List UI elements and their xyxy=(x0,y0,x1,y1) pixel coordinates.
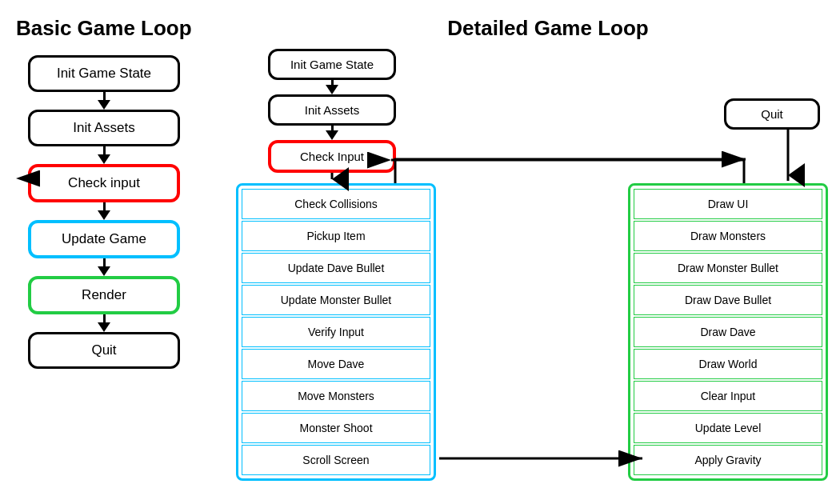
blue-item-0: Check Collisions xyxy=(242,189,430,219)
detailed-title: Detailed Game Loop xyxy=(268,16,828,41)
blue-column: Check Collisions Pickup Item Update Dave… xyxy=(236,183,436,481)
detailed-layout: Init Game State Init Assets Check Input … xyxy=(220,49,828,488)
blue-item-4: Verify Input xyxy=(242,317,430,347)
arrow5 xyxy=(98,314,110,332)
green-item-4: Draw Dave xyxy=(634,317,822,347)
blue-item-5: Move Dave xyxy=(242,349,430,379)
blue-item-7: Monster Shoot xyxy=(242,413,430,443)
basic-title: Basic Game Loop xyxy=(16,16,192,41)
green-item-3: Draw Dave Bullet xyxy=(634,285,822,315)
detail-init-state: Init Game State xyxy=(268,49,396,80)
detail-init-assets: Init Assets xyxy=(268,94,396,126)
green-item-6: Clear Input xyxy=(634,381,822,411)
green-column: Draw UI Draw Monsters Draw Monster Bulle… xyxy=(628,183,828,481)
basic-quit: Quit xyxy=(28,332,180,369)
blue-item-6: Move Monsters xyxy=(242,381,430,411)
arrow3 xyxy=(98,202,110,220)
detailed-section: Detailed Game Loop Init Game State Init … xyxy=(216,8,832,496)
blue-item-8: Scroll Screen xyxy=(242,445,430,475)
arrow4 xyxy=(98,258,110,276)
d-arrow2 xyxy=(326,126,338,140)
green-item-0: Draw UI xyxy=(634,189,822,219)
arrow1 xyxy=(98,92,110,110)
basic-init-state: Init Game State xyxy=(28,55,180,92)
green-item-7: Update Level xyxy=(634,413,822,443)
basic-flow: Init Game State Init Assets Check input … xyxy=(16,55,192,369)
basic-render: Render xyxy=(28,276,180,314)
detail-check-input: Check Input xyxy=(268,140,396,173)
basic-section: Basic Game Loop Init Game State Init Ass… xyxy=(8,8,216,496)
green-item-8: Apply Gravity xyxy=(634,445,822,475)
arrow2 xyxy=(98,146,110,164)
green-item-1: Draw Monsters xyxy=(634,221,822,251)
blue-item-3: Update Monster Bullet xyxy=(242,285,430,315)
detail-top-flow: Init Game State Init Assets Check Input xyxy=(260,49,404,173)
diagram-container: Basic Game Loop Init Game State Init Ass… xyxy=(0,0,840,504)
basic-check-input: Check input xyxy=(28,164,180,202)
blue-item-1: Pickup Item xyxy=(242,221,430,251)
blue-item-2: Update Dave Bullet xyxy=(242,253,430,283)
green-item-5: Draw World xyxy=(634,349,822,379)
detail-quit: Quit xyxy=(724,98,820,130)
basic-init-assets: Init Assets xyxy=(28,110,180,146)
basic-update-game: Update Game xyxy=(28,220,180,258)
green-item-2: Draw Monster Bullet xyxy=(634,253,822,283)
d-arrow1 xyxy=(326,80,338,94)
